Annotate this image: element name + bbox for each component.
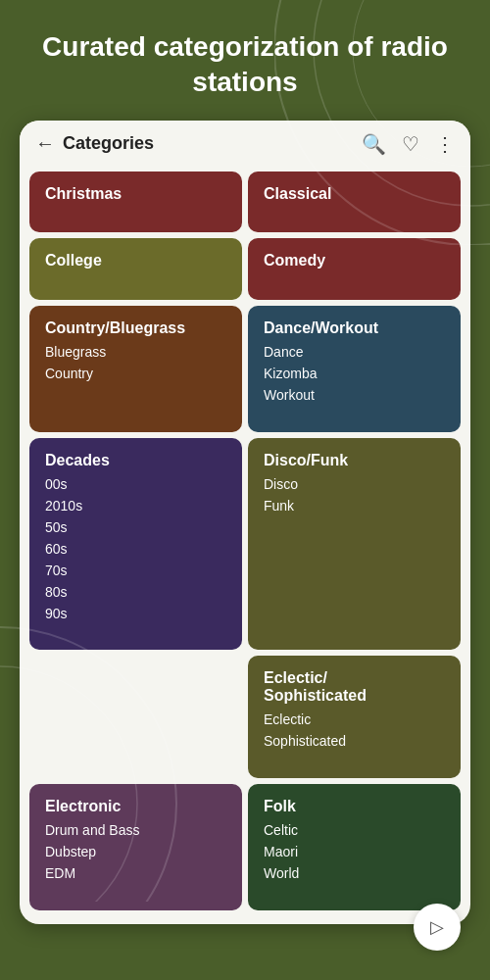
top-bar-right: 🔍 ♡ ⋮ — [362, 132, 455, 156]
page-title: Curated categorization of radio stations — [20, 29, 470, 101]
category-college[interactable]: College — [29, 238, 242, 300]
sub-item: Funk — [264, 495, 445, 516]
category-classical[interactable]: Classical — [248, 172, 461, 233]
search-icon[interactable]: 🔍 — [362, 132, 386, 156]
back-icon[interactable]: ← — [35, 132, 55, 155]
fab-button[interactable]: ▷ — [414, 904, 461, 951]
category-christmas[interactable]: Christmas — [29, 172, 242, 233]
category-dance-workout[interactable]: Dance/Workout Dance Kizomba Workout — [248, 306, 461, 432]
sub-item: Workout — [264, 384, 445, 406]
category-label: Country/Bluegrass — [45, 319, 226, 337]
categories-title: Categories — [63, 133, 154, 154]
category-comedy[interactable]: Comedy — [248, 238, 461, 300]
sub-item: 80s — [45, 581, 226, 603]
sub-item: Drum and Bass — [45, 819, 226, 841]
sub-item: Kizomba — [264, 363, 445, 384]
category-country-bluegrass[interactable]: Country/Bluegrass Bluegrass Country — [29, 306, 242, 432]
category-electronic[interactable]: Electronic Drum and Bass Dubstep EDM — [29, 784, 242, 910]
sub-item: Dance — [264, 341, 445, 363]
sub-item: Bluegrass — [45, 341, 226, 363]
category-label: College — [45, 252, 226, 270]
category-label: Comedy — [264, 252, 445, 270]
category-decades[interactable]: Decades 00s 2010s 50s 60s 70s 80s 90s — [29, 438, 242, 651]
sub-item: 70s — [45, 560, 226, 581]
category-label: Classical — [264, 185, 445, 203]
top-bar: ← Categories 🔍 ♡ ⋮ — [20, 121, 470, 168]
category-label: Eclectic/Sophisticated — [264, 669, 445, 705]
sub-item: Sophisticated — [264, 730, 445, 752]
category-label: Decades — [45, 452, 226, 469]
category-eclectic[interactable]: Eclectic/Sophisticated Eclectic Sophisti… — [248, 656, 461, 778]
sub-item: 50s — [45, 516, 226, 538]
sub-item: 2010s — [45, 495, 226, 516]
sub-item: Dubstep — [45, 841, 226, 862]
sub-item: 00s — [45, 473, 226, 495]
top-bar-left: ← Categories — [35, 132, 154, 155]
sub-item: Disco — [264, 473, 445, 495]
category-label: Dance/Workout — [264, 319, 445, 337]
heart-icon[interactable]: ♡ — [402, 132, 419, 156]
fab-icon: ▷ — [430, 916, 444, 938]
category-folk[interactable]: Folk Celtic Maori World — [248, 784, 461, 910]
phone-frame: ← Categories 🔍 ♡ ⋮ Christmas Classical C… — [20, 121, 470, 924]
sub-item: World — [264, 862, 445, 884]
more-icon[interactable]: ⋮ — [435, 132, 455, 156]
sub-item: Celtic — [264, 819, 445, 841]
category-disco-funk[interactable]: Disco/Funk Disco Funk — [248, 438, 461, 651]
sub-item: 60s — [45, 538, 226, 560]
sub-item: Country — [45, 363, 226, 384]
categories-grid: Christmas Classical College Comedy Count… — [20, 168, 470, 920]
header-section: Curated categorization of radio stations — [0, 0, 490, 121]
category-label: Disco/Funk — [264, 452, 445, 469]
sub-item: Maori — [264, 841, 445, 862]
category-label: Folk — [264, 798, 445, 815]
sub-item: Eclectic — [264, 709, 445, 730]
category-label: Christmas — [45, 185, 226, 203]
sub-item: EDM — [45, 862, 226, 884]
sub-item: 90s — [45, 603, 226, 624]
category-label: Electronic — [45, 798, 226, 815]
